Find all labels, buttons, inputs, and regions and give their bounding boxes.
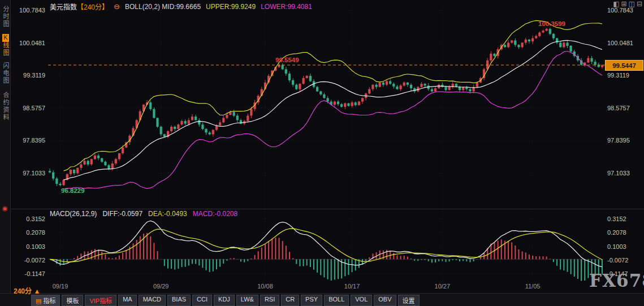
layout-split-right-icon[interactable]: ◫ (629, 0, 635, 8)
record-icon[interactable]: ◉ (2, 205, 8, 212)
tab-indicator[interactable]: ▤指标 (31, 295, 60, 306)
sidebar-item-flash-chart[interactable]: 闪电图 (2, 62, 9, 84)
tab-ma[interactable]: MA (118, 295, 137, 306)
svg-text:98.5757: 98.5757 (23, 105, 45, 111)
macd-histogram (50, 233, 602, 281)
tab-rsi[interactable]: RSI (260, 295, 279, 306)
left-sidebar: 分时图 K线图 闪电图 合约资料 ◉ (0, 0, 11, 306)
tab-lwr[interactable]: LW& (236, 295, 258, 306)
macd-diff-value: DIFF:-0.0597 (102, 210, 142, 218)
svg-text:09/19: 09/19 (53, 283, 68, 290)
symbol-name: 美元指数 (50, 3, 77, 11)
svg-text:-0.0072: -0.0072 (24, 257, 45, 264)
period-high-annotation: 100.3599 (538, 20, 565, 27)
svg-text:0.1003: 0.1003 (607, 243, 626, 250)
layout-rows-icon[interactable]: ⊟ (637, 0, 642, 8)
svg-text:-0.0072: -0.0072 (607, 257, 628, 264)
tab-cr[interactable]: CR (281, 295, 299, 306)
indicator-grid-icon: ▤ (36, 298, 41, 304)
tab-kdj[interactable]: KDJ (214, 295, 235, 306)
sidebar-item-time-chart[interactable]: 分时图 (2, 6, 9, 28)
boll-upper-value: UPPER:99.9249 (206, 3, 256, 11)
boll-indicator-label: BOLL(20,2) (125, 3, 160, 11)
svg-text:99.3119: 99.3119 (23, 72, 45, 79)
chart-canvas[interactable]: 100.7843100.7843100.0481100.048199.31199… (0, 0, 644, 306)
period-label: 【240分】 (77, 3, 109, 11)
svg-text:10/17: 10/17 (344, 283, 360, 290)
sidebar-item-kline-chart[interactable]: K线图 (2, 34, 9, 57)
macd-header: MACD(26,12,9) DIFF:-0.0597 DEA:-0.0493 M… (50, 210, 237, 218)
period-selector[interactable]: 240分 ▲ (14, 286, 40, 295)
chart-header: 美元指数【240分】 ⊖ BOLL(20,2) MID:99.6665 UPPE… (50, 2, 312, 11)
svg-text:-0.1147: -0.1147 (25, 270, 46, 277)
fx678-watermark: FX678 (589, 270, 644, 291)
window-layout-icons: ◧ ⊞ ◫ ⊟ (613, 0, 642, 8)
svg-text:09/29: 09/29 (153, 283, 169, 290)
svg-text:100.7843: 100.7843 (19, 7, 45, 14)
svg-text:0.2078: 0.2078 (607, 229, 626, 236)
swing-high-annotation: 99.5549 (275, 57, 299, 63)
tab-vol[interactable]: VOL (351, 295, 372, 306)
boll-lower-value: LOWER:99.4081 (261, 3, 312, 11)
axis-labels: 100.7843100.7843100.0481100.048199.31199… (19, 7, 633, 290)
candles-layer (49, 28, 603, 187)
tab-label: 指标 (43, 298, 55, 304)
svg-text:97.8395: 97.8395 (607, 137, 630, 144)
tab-obv[interactable]: OBV (374, 295, 396, 306)
app-window: 100.7843100.7843100.0481100.048199.31199… (0, 0, 644, 306)
layout-split-left-icon[interactable]: ◧ (613, 0, 619, 8)
macd-name: MACD(26,12,9) (50, 210, 97, 218)
svg-text:11/05: 11/05 (525, 283, 541, 290)
svg-text:100.0481: 100.0481 (607, 40, 633, 46)
tab-psy[interactable]: PSY (301, 295, 322, 306)
tab-cci[interactable]: CCI (192, 295, 212, 306)
boll-mid-value: MID:99.6665 (162, 3, 201, 11)
gridlines (10, 6, 644, 281)
collapse-icon[interactable]: ⊖ (114, 2, 120, 11)
svg-text:97.1033: 97.1033 (607, 170, 630, 176)
chevron-up-icon: ▲ (33, 287, 40, 295)
tab-boll[interactable]: BOLL (324, 295, 349, 306)
tab-macd[interactable]: MACD (139, 295, 166, 306)
svg-text:100.0481: 100.0481 (19, 40, 45, 46)
kline-label: 线图 (2, 42, 9, 57)
kline-badge: K (2, 34, 9, 42)
svg-text:99.3119: 99.3119 (607, 72, 629, 79)
svg-text:97.8395: 97.8395 (23, 137, 45, 144)
tab-settings[interactable]: 设置 (398, 295, 420, 306)
last-price-tag: 99.5447 (605, 60, 643, 71)
svg-text:97.1033: 97.1033 (23, 170, 45, 176)
svg-text:0.3152: 0.3152 (607, 216, 626, 222)
svg-text:0.1003: 0.1003 (26, 243, 45, 250)
tab-template[interactable]: 模板 (62, 295, 83, 306)
svg-text:10/08: 10/08 (257, 283, 273, 290)
svg-text:0.2078: 0.2078 (26, 229, 45, 236)
macd-dea-value: DEA:-0.0493 (148, 210, 187, 218)
tab-bias[interactable]: BIAS (167, 295, 191, 306)
macd-macd-value: MACD:-0.0208 (193, 210, 237, 218)
svg-text:98.5757: 98.5757 (607, 105, 630, 111)
svg-text:0.3152: 0.3152 (26, 216, 45, 222)
swing-low-annotation: 96.8229 (61, 187, 85, 194)
svg-text:10/27: 10/27 (435, 283, 451, 290)
period-value: 240分 (14, 287, 32, 295)
sidebar-item-contract-info[interactable]: 合约资料 (2, 92, 9, 121)
layout-grid-icon[interactable]: ⊞ (621, 0, 627, 8)
indicator-tabs: ▤指标 模板 VIP指标 MA MACD BIAS CCI KDJ LW& RS… (31, 295, 420, 306)
tab-vip-indicator[interactable]: VIP指标 (85, 295, 116, 306)
